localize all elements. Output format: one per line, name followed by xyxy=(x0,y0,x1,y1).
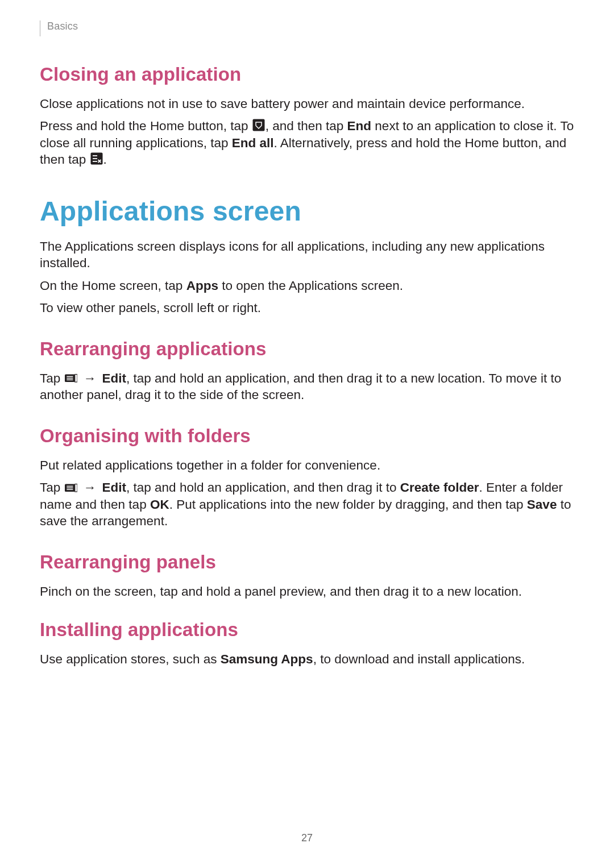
text-bold: Samsung Apps xyxy=(221,652,313,666)
text-bold: Save xyxy=(527,497,557,512)
text: , to download and install applications. xyxy=(313,652,525,666)
text-bold: End all xyxy=(232,136,274,150)
menu-icon xyxy=(65,371,77,384)
installing-p1: Use application stores, such as Samsung … xyxy=(40,651,574,667)
breadcrumb-text: Basics xyxy=(47,20,78,32)
closing-p2: Press and hold the Home button, tap , an… xyxy=(40,118,574,168)
page-number: 27 xyxy=(0,832,614,844)
text-bold: Create folder xyxy=(400,480,479,495)
text-bold: Edit xyxy=(102,480,127,495)
text: to open the Applications screen. xyxy=(218,279,403,293)
apps-p3: To view other panels, scroll left or rig… xyxy=(40,300,574,316)
task-manager-icon xyxy=(252,119,265,131)
close-all-icon xyxy=(90,152,103,165)
arrow-icon: → xyxy=(84,480,97,495)
menu-icon xyxy=(65,480,77,493)
closing-p1: Close applications not in use to save ba… xyxy=(40,95,574,112)
text-bold: Edit xyxy=(102,371,127,385)
apps-p2: On the Home screen, tap Apps to open the… xyxy=(40,277,574,294)
text: Use application stores, such as xyxy=(40,652,221,666)
text-bold: Apps xyxy=(186,279,218,293)
text: , and then tap xyxy=(265,119,347,133)
heading-applications-screen: Applications screen xyxy=(40,196,574,227)
organising-p1: Put related applications together in a f… xyxy=(40,457,574,474)
arrow-icon: → xyxy=(84,371,97,385)
text: On the Home screen, tap xyxy=(40,279,186,293)
breadcrumb: Basics xyxy=(40,20,574,36)
svg-rect-0 xyxy=(252,119,264,131)
text-bold: End xyxy=(347,119,372,133)
manual-page: Basics Closing an application Close appl… xyxy=(0,0,614,868)
text: . xyxy=(103,152,107,167)
text: . Put applications into the new folder b… xyxy=(169,497,527,512)
heading-closing-application: Closing an application xyxy=(40,64,574,85)
rearranging-apps-p1: Tap → Edit, tap and hold an application,… xyxy=(40,370,574,404)
heading-installing-applications: Installing applications xyxy=(40,619,574,641)
text: Press and hold the Home button, tap xyxy=(40,119,252,133)
organising-p2: Tap → Edit, tap and hold an application,… xyxy=(40,479,574,529)
text-bold: OK xyxy=(150,497,169,512)
apps-p1: The Applications screen displays icons f… xyxy=(40,238,574,272)
text: , tap and hold an application, and then … xyxy=(126,480,400,495)
svg-rect-8 xyxy=(74,375,77,383)
text: Tap xyxy=(40,371,64,385)
rearranging-panels-p1: Pinch on the screen, tap and hold a pane… xyxy=(40,583,574,600)
svg-rect-13 xyxy=(74,484,77,492)
heading-organising-folders: Organising with folders xyxy=(40,425,574,447)
heading-rearranging-panels: Rearranging panels xyxy=(40,551,574,573)
text: Tap xyxy=(40,480,64,495)
heading-rearranging-applications: Rearranging applications xyxy=(40,338,574,360)
